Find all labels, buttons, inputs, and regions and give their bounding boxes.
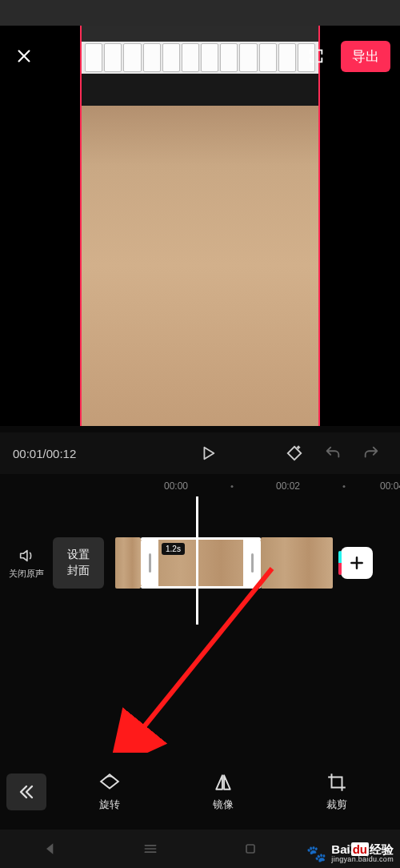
selected-clip[interactable]: 1.2s bbox=[141, 537, 261, 589]
undo-button[interactable] bbox=[317, 437, 349, 469]
video-preview-area bbox=[0, 26, 400, 426]
mirror-icon bbox=[213, 772, 234, 793]
watermark-brand: Baidu经验 bbox=[331, 843, 394, 856]
clip-track[interactable]: 1.2s bbox=[115, 537, 400, 589]
playback-bar: 00:01/00:12 bbox=[0, 432, 400, 474]
bottom-toolbar: 旋转 镜像 裁剪 bbox=[0, 756, 400, 828]
close-icon bbox=[15, 47, 33, 65]
keyframe-icon bbox=[286, 444, 303, 462]
mute-label: 关闭原声 bbox=[0, 568, 53, 580]
fullscreen-icon bbox=[307, 47, 325, 65]
cover-label-2: 封面 bbox=[67, 563, 90, 579]
ruler-mark: 00:04 bbox=[380, 480, 400, 492]
status-bar bbox=[0, 0, 400, 26]
trim-handle-left[interactable] bbox=[141, 537, 158, 589]
timeline: 关闭原声 设置 封面 1.2s bbox=[0, 527, 400, 599]
redo-button[interactable] bbox=[355, 437, 387, 469]
watermark: 🐾 Baidu经验 jingyan.baidu.com bbox=[306, 843, 394, 863]
nav-back-icon[interactable] bbox=[42, 841, 58, 857]
rotate-label: 旋转 bbox=[99, 798, 120, 812]
clip-segment[interactable] bbox=[115, 537, 141, 589]
chevrons-left-icon bbox=[17, 782, 36, 802]
rotate-tool[interactable]: 旋转 bbox=[74, 772, 146, 812]
svg-rect-1 bbox=[246, 845, 254, 853]
ruler-dot bbox=[231, 485, 234, 488]
timeline-ruler[interactable]: 00:00 00:02 00:04 bbox=[0, 477, 400, 500]
plus-icon bbox=[349, 555, 365, 571]
clip-segment[interactable] bbox=[261, 537, 333, 589]
nav-home-icon[interactable] bbox=[242, 841, 258, 857]
undo-icon bbox=[324, 444, 342, 462]
speaker-icon bbox=[18, 547, 35, 565]
redo-icon bbox=[362, 444, 380, 462]
play-button[interactable] bbox=[192, 437, 224, 469]
crop-tool[interactable]: 裁剪 bbox=[301, 772, 373, 812]
trim-handle-right[interactable] bbox=[243, 537, 261, 589]
play-icon bbox=[199, 444, 217, 462]
time-display: 00:01/00:12 bbox=[13, 447, 76, 460]
crop-icon bbox=[326, 772, 347, 793]
top-bar: 导出 bbox=[0, 34, 400, 78]
export-button[interactable]: 导出 bbox=[341, 41, 390, 72]
nav-menu-icon[interactable] bbox=[142, 841, 158, 857]
ruler-mark: 00:02 bbox=[276, 480, 300, 492]
paw-icon: 🐾 bbox=[306, 844, 326, 863]
cover-label-1: 设置 bbox=[67, 547, 90, 563]
ruler-dot bbox=[343, 485, 346, 488]
video-preview[interactable] bbox=[80, 26, 320, 426]
playhead[interactable] bbox=[196, 496, 198, 625]
mirror-label: 镜像 bbox=[213, 798, 234, 812]
back-button[interactable] bbox=[6, 774, 46, 810]
close-button[interactable] bbox=[10, 42, 38, 70]
mute-original-button[interactable]: 关闭原声 bbox=[0, 547, 53, 580]
clip-duration-badge: 1.2s bbox=[162, 543, 185, 555]
crop-label: 裁剪 bbox=[326, 798, 347, 812]
ruler-mark: 00:00 bbox=[164, 480, 188, 492]
watermark-url: jingyan.baidu.com bbox=[331, 856, 394, 863]
keyframe-button[interactable] bbox=[278, 437, 310, 469]
add-clip-button[interactable] bbox=[341, 547, 373, 579]
set-cover-button[interactable]: 设置 封面 bbox=[53, 537, 104, 589]
mirror-tool[interactable]: 镜像 bbox=[187, 772, 259, 812]
rotate-icon bbox=[99, 772, 120, 793]
fullscreen-button[interactable] bbox=[302, 42, 330, 70]
